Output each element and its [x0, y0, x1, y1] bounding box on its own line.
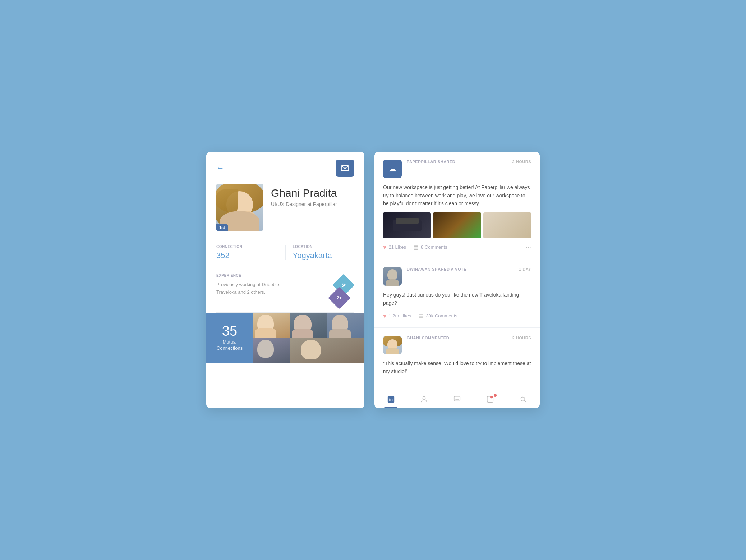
feed-meta-3: GHANI COMMENTED 2 HOURS [407, 336, 531, 340]
feed-item-1: ☁ PAPERPILLAR SHARED 2 HOURS Our new wor… [374, 152, 540, 259]
feed-meta-1: PAPERPILLAR SHARED 2 HOURS [407, 160, 531, 164]
connection-value: 352 [216, 251, 278, 260]
connection-stat: CONNECTION 352 [216, 245, 285, 260]
connections-label: MutualConnections [217, 339, 243, 352]
feed-card: ☁ PAPERPILLAR SHARED 2 HOURS Our new wor… [374, 152, 540, 408]
heart-icon-1: ♥ [383, 244, 387, 251]
feed-actions-1: ♥ 21 Likes ▤ 8 Comments ··· [383, 243, 531, 251]
comments-count-2: 30k Comments [426, 313, 457, 318]
svg-point-8 [490, 396, 493, 398]
feed-list: ☁ PAPERPILLAR SHARED 2 HOURS Our new wor… [374, 152, 540, 389]
connections-left: 35 MutualConnections [206, 313, 253, 363]
likes-count-1: 21 Likes [389, 244, 406, 250]
profile-title: UI/UX Designer at Paperpillar [271, 201, 337, 207]
connection-badge: 1st [216, 224, 228, 231]
feed-avatar-1: ☁ [383, 160, 402, 178]
feed-icon [453, 395, 461, 403]
feed-avatar-3 [383, 336, 402, 354]
svg-point-9 [521, 397, 525, 401]
feed-text-3: “This actually make sense! Would love to… [383, 359, 531, 376]
notifications-icon [486, 395, 494, 403]
feed-text-1: Our new workspace is just getting better… [383, 183, 531, 207]
feed-item-3: GHANI COMMENTED 2 HOURS “This actually m… [374, 328, 540, 389]
like-button-2[interactable]: ♥ 1.2m Likes [383, 313, 411, 319]
profile-card: ← [206, 152, 364, 408]
feed-actions-2: ♥ 1.2m Likes ▤ 30k Comments ··· [383, 312, 531, 320]
experience-label: EXPERIENCE [216, 274, 295, 277]
svg-line-10 [525, 401, 526, 403]
nav-item-profile[interactable] [407, 394, 441, 405]
likes-count-2: 1.2m Likes [389, 313, 411, 318]
experience-text: Previously working at Dribbble, Travelok… [216, 281, 295, 296]
mail-icon [341, 164, 349, 173]
cloud-icon: ☁ [388, 164, 396, 174]
location-stat: LOCATION Yogyakarta [285, 245, 355, 260]
connection-photo-3 [327, 313, 364, 338]
message-button[interactable] [336, 160, 354, 177]
workspace-image-1 [383, 212, 431, 238]
experience-section: EXPERIENCE Previously working at Dribbbl… [206, 267, 364, 312]
feed-time-1: 2 HOURS [512, 160, 531, 164]
avatar-wrap: 1st [216, 184, 263, 231]
more-button-2[interactable]: ··· [526, 312, 531, 320]
bottom-nav: in [374, 389, 540, 408]
comments-count-1: 8 Comments [421, 244, 447, 250]
feed-text-2: Hey guys! Just curious do you like the n… [383, 291, 531, 307]
connections-section: 35 MutualConnections [206, 313, 364, 363]
workspace-image-3 [483, 212, 531, 238]
feed-header-1: ☁ PAPERPILLAR SHARED 2 HOURS [383, 160, 531, 178]
feed-source-3: GHANI COMMENTED 2 HOURS [407, 336, 531, 340]
connection-photo-1 [253, 313, 290, 338]
nav-item-feed[interactable] [441, 394, 474, 405]
profile-name: Ghani Pradita [271, 187, 337, 199]
svg-text:in: in [389, 397, 393, 402]
location-value: Yogyakarta [293, 251, 355, 260]
profile-info: Ghani Pradita UI/UX Designer at Paperpil… [271, 184, 337, 207]
connections-number: 35 [222, 324, 237, 338]
connection-photo-5 [290, 338, 364, 363]
stats-row: CONNECTION 352 LOCATION Yogyakarta [206, 238, 364, 267]
connection-photo-2 [290, 313, 327, 338]
avatar [216, 184, 263, 231]
comment-button-1[interactable]: ▤ 8 Comments [413, 244, 447, 251]
experience-icons: 🕊 2+ [331, 277, 354, 306]
like-button-1[interactable]: ♥ 21 Likes [383, 244, 406, 251]
more-button-1[interactable]: ··· [526, 243, 531, 251]
linkedin-icon: in [387, 395, 395, 403]
app-container: ← [192, 130, 554, 430]
back-button[interactable]: ← [216, 164, 224, 173]
feed-item-2: DWINAWAN SHARED A VOTE 1 DAY Hey guys! J… [374, 259, 540, 328]
notification-badge [494, 394, 497, 397]
feed-header-2: DWINAWAN SHARED A VOTE 1 DAY [383, 267, 531, 286]
feed-header-3: GHANI COMMENTED 2 HOURS [383, 336, 531, 354]
heart-icon-2: ♥ [383, 313, 387, 319]
location-label: LOCATION [293, 245, 355, 249]
feed-images-1 [383, 212, 531, 238]
comment-icon-2: ▤ [418, 312, 424, 319]
badge-count: 2+ [337, 295, 342, 300]
search-icon [519, 395, 527, 403]
comment-button-2[interactable]: ▤ 30k Comments [418, 312, 457, 319]
profile-icon [420, 395, 428, 403]
feed-avatar-2 [383, 267, 402, 286]
svg-point-3 [423, 397, 425, 399]
svg-rect-4 [454, 396, 460, 401]
feed-source-1: PAPERPILLAR SHARED 2 HOURS [407, 160, 531, 164]
comment-icon-1: ▤ [413, 244, 419, 251]
connection-label: CONNECTION [216, 245, 278, 249]
feed-time-3: 2 HOURS [512, 336, 531, 340]
nav-item-linkedin[interactable]: in [374, 394, 407, 405]
feed-source-2: DWINAWAN SHARED A VOTE 1 DAY [407, 267, 531, 271]
connection-photo-4 [253, 338, 290, 363]
feed-meta-2: DWINAWAN SHARED A VOTE 1 DAY [407, 267, 531, 271]
connections-grid [253, 313, 364, 363]
top-bar: ← [206, 152, 364, 180]
workspace-image-2 [433, 212, 481, 238]
profile-section: 1st Ghani Pradita UI/UX Designer at Pape… [206, 180, 364, 238]
nav-item-search[interactable] [507, 394, 540, 405]
feed-time-2: 1 DAY [519, 267, 531, 271]
nav-item-notifications[interactable] [474, 394, 507, 405]
